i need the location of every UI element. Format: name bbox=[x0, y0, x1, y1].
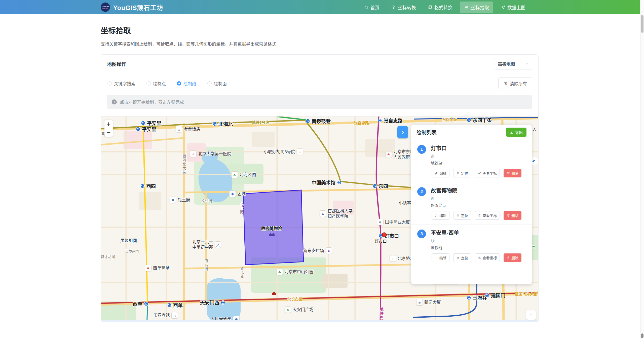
draw-list-item: 3 平安里-西单 线 地铁线 编辑 定位 查看坐标 删除 bbox=[411, 224, 532, 267]
nav-item-coordinate-convert[interactable]: 坐标转换 bbox=[387, 2, 420, 13]
draw-hint-bar: i 点击左键开始绘制，双击左键完成 bbox=[107, 95, 532, 109]
station-label: 天安门西 bbox=[200, 299, 219, 306]
museum-icon: ◆ bbox=[170, 197, 176, 203]
map-poi-国中商业大厦: ■国中商业大厦 bbox=[377, 219, 410, 225]
locate-button[interactable]: 定位 bbox=[453, 253, 471, 262]
brand[interactable]: YouGIS yougis.net.cn YouGIS顽石工坊 bbox=[101, 3, 163, 12]
view-coordinates-button[interactable]: 查看坐标 bbox=[475, 253, 500, 262]
radio-label: 绘制面 bbox=[214, 80, 227, 87]
map-station-西四: 西四 bbox=[140, 182, 156, 189]
station-label: 东四十条 bbox=[473, 117, 492, 123]
nav-item-coordinate-pick[interactable]: 坐标拾取 bbox=[460, 2, 493, 13]
subway-station-icon bbox=[377, 118, 382, 123]
subway-station-icon bbox=[466, 118, 471, 123]
map-station-平安里: 平安里 bbox=[141, 120, 161, 126]
delete-button[interactable]: 删除 bbox=[504, 169, 521, 177]
school-icon: ▲ bbox=[320, 210, 326, 217]
edit-icon bbox=[435, 171, 438, 175]
drawn-point-marker[interactable] bbox=[382, 233, 387, 237]
map-poi-新东安广场: 新东安广场● bbox=[303, 247, 332, 254]
scrollbar-thumb[interactable] bbox=[641, 15, 643, 33]
app-header: YouGIS yougis.net.cn YouGIS顽石工坊 首页 坐标转换 … bbox=[0, 0, 644, 14]
coordinate-convert-icon bbox=[391, 5, 396, 10]
radio-draw-polygon[interactable]: 绘制面 bbox=[207, 80, 227, 87]
poi-label: 小取灯胡同8号院 bbox=[264, 149, 295, 155]
zoom-in-button[interactable]: + bbox=[104, 120, 113, 128]
locate-button[interactable]: 定位 bbox=[453, 211, 471, 220]
zoom-out-button[interactable]: − bbox=[104, 128, 113, 137]
station-label: 中国美术馆 bbox=[312, 179, 335, 186]
station-label: 西单 bbox=[173, 302, 183, 308]
item-geometry-type: 线 bbox=[431, 238, 526, 243]
pin-icon bbox=[456, 214, 460, 217]
view-coordinates-button[interactable]: 查看坐标 bbox=[475, 169, 500, 177]
item-number-badge: 3 bbox=[417, 230, 426, 238]
map-station-建国门: 建国门 bbox=[485, 292, 505, 298]
hospital-icon: + bbox=[297, 148, 303, 155]
subway-station-icon bbox=[220, 300, 225, 305]
edit-button[interactable]: 编辑 bbox=[432, 169, 449, 177]
edit-button[interactable]: 编辑 bbox=[432, 253, 449, 262]
map-poi-北京一六一: 北京一六一中学初中部文 bbox=[192, 239, 221, 250]
subway-station-icon bbox=[136, 127, 141, 132]
map-station-东四: 东四 bbox=[372, 182, 388, 189]
map-operations-card: 地图操作 高德地图 关键字搜索 绘制点 绘制线 绘制面 bbox=[101, 54, 539, 322]
yougis-logo-icon: YouGIS yougis.net.cn bbox=[101, 3, 110, 12]
basemap-select[interactable]: 高德地图 bbox=[494, 58, 532, 69]
nav-item-format-convert[interactable]: 格式转换 bbox=[424, 2, 457, 13]
nav-item-data-to-map[interactable]: 数据上图 bbox=[497, 2, 529, 13]
station-label: 南锣鼓巷 bbox=[312, 118, 331, 124]
subway-station-icon bbox=[144, 301, 149, 306]
card-title: 地图操作 bbox=[107, 60, 126, 67]
view-coordinates-button[interactable]: 查看坐标 bbox=[475, 211, 500, 220]
subway-station-icon bbox=[485, 293, 490, 298]
road-label: 东长安街 bbox=[287, 296, 302, 302]
nav-item-home[interactable]: 首页 bbox=[360, 2, 384, 13]
star-icon: ★ bbox=[385, 151, 392, 158]
map-poi-团城: ◆团城 bbox=[229, 191, 246, 197]
clear-all-button[interactable]: 清除所有 bbox=[498, 78, 532, 89]
radio-keyword-search[interactable]: 关键字搜索 bbox=[107, 80, 135, 87]
subway-station-icon bbox=[167, 303, 172, 308]
map-station-平安里: 平安里 bbox=[136, 126, 156, 132]
radio-label: 关键字搜索 bbox=[114, 80, 135, 87]
map-info-button[interactable]: i bbox=[526, 310, 536, 320]
map-station-西单: 西单 bbox=[167, 302, 183, 308]
edit-button[interactable]: 编辑 bbox=[432, 211, 449, 220]
map-poi-北京市中山公园: ♣北京市中山公园 bbox=[276, 269, 314, 275]
page-title: 坐标拾取 bbox=[101, 24, 539, 35]
subway-station-icon bbox=[305, 119, 310, 124]
export-button[interactable]: 导出 bbox=[506, 128, 526, 137]
map-bottom-strip bbox=[101, 320, 538, 322]
poi-label: 新闻大厦 bbox=[424, 300, 441, 305]
panel-collapse-button[interactable] bbox=[397, 126, 408, 138]
scrollbar-bottom-thumb[interactable] bbox=[641, 333, 643, 338]
draw-list-header: 绘制列表 导出 bbox=[411, 125, 532, 140]
page-scrollbar[interactable] bbox=[640, 0, 644, 339]
nav-label: 数据上图 bbox=[507, 4, 525, 11]
poi-label: 北海公园 bbox=[239, 172, 256, 177]
radio-draw-line[interactable]: 绘制线 bbox=[177, 80, 196, 87]
street-label: 府右街 bbox=[204, 259, 209, 271]
locate-button[interactable]: 定位 bbox=[453, 169, 471, 177]
tree-icon: ♣ bbox=[285, 306, 291, 313]
nav-label: 坐标转换 bbox=[398, 4, 416, 11]
draw-list-panel: 绘制列表 导出 1 灯市口 点 地铁站 编辑 定位 bbox=[411, 125, 532, 284]
nav-label: 格式转换 bbox=[434, 4, 452, 11]
item-geometry-type: 面 bbox=[431, 196, 526, 201]
delete-button[interactable]: 删除 bbox=[504, 211, 521, 220]
delete-button[interactable]: 删除 bbox=[504, 253, 521, 262]
map-station-王府井: 王府井 bbox=[466, 294, 487, 301]
draw-list-item: 2 故宫博物院 面 旅游景点 编辑 定位 查看坐标 删除 bbox=[411, 182, 532, 224]
data-to-map-icon bbox=[501, 5, 506, 10]
trash-icon bbox=[507, 214, 510, 217]
item-geometry-type: 点 bbox=[431, 153, 526, 159]
radio-draw-point[interactable]: 绘制点 bbox=[146, 80, 166, 87]
map-canvas[interactable]: 平安里平安里北海北南锣鼓巷张自忠路东四十条西四中国美术馆东四灯市口西单西单天安门… bbox=[101, 116, 538, 322]
poi-label: 金台饭店 bbox=[184, 127, 200, 132]
station-label: 东四 bbox=[378, 182, 388, 189]
zoom-control: + − bbox=[104, 120, 113, 137]
item-name: 平安里-西单 bbox=[431, 229, 526, 236]
subway-station-icon bbox=[141, 121, 146, 126]
street-label: 人 bbox=[533, 127, 536, 132]
